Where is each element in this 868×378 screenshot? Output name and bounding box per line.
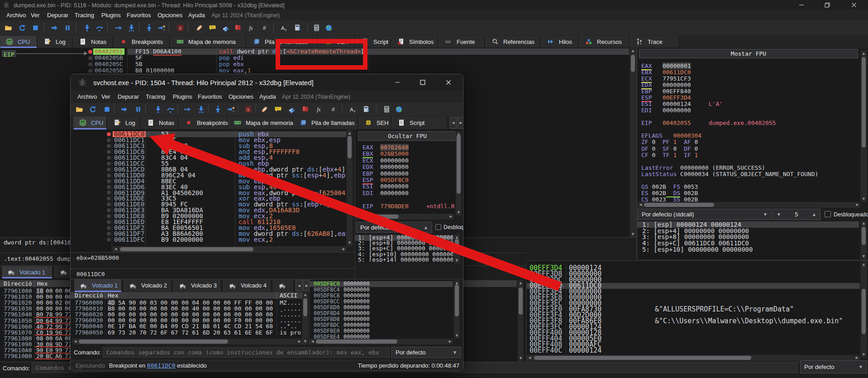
arguments-scrollbar[interactable]: ▲▼ <box>454 234 460 263</box>
tab-notas[interactable]: Notas <box>73 36 113 48</box>
breakpoint-gutter-dot[interactable] <box>107 220 111 224</box>
disassembly-pane[interactable]: 00611DC053push ebx00611DC18BDCmov ebx,es… <box>71 129 346 252</box>
dump-tab-scroll-left[interactable]: ◄ <box>296 280 303 291</box>
breakpoint-gutter-dot[interactable] <box>107 238 111 242</box>
scroll-thumb[interactable] <box>457 135 461 194</box>
menu-item-tracing[interactable]: Tracing <box>146 91 165 103</box>
tab-símbolos[interactable]: Símbolos <box>391 36 438 48</box>
scroll-down-arrow[interactable]: ▼ <box>454 334 460 338</box>
scroll-right-arrow[interactable]: ► <box>342 247 346 251</box>
minimize-button[interactable] <box>391 79 404 86</box>
scroll-left-arrow[interactable]: ◄ <box>114 247 118 251</box>
menu-item-ver[interactable]: Ver <box>31 10 40 20</box>
scroll-right-arrow[interactable]: ► <box>297 340 301 344</box>
menu-item-depurar[interactable]: Depurar <box>118 91 139 103</box>
toolbar-button-function-icon[interactable]: fx <box>248 24 256 32</box>
menu-item-plugins[interactable]: Plugins <box>101 10 121 20</box>
close-button[interactable] <box>442 79 455 86</box>
toolbar-button-trace-into-icon[interactable] <box>184 105 192 114</box>
scroll-right-arrow[interactable]: ► <box>855 203 859 207</box>
breakpoint-gutter-dot[interactable] <box>107 208 111 212</box>
toolbar-button-hash-icon[interactable]: # <box>261 24 269 32</box>
scroll-down-arrow[interactable]: ▼ <box>456 211 462 215</box>
scroll-thumb[interactable] <box>79 340 228 344</box>
scroll-up-arrow[interactable]: ▲ <box>861 52 867 56</box>
scroll-down-arrow[interactable]: ▼ <box>861 197 867 201</box>
scroll-thumb[interactable] <box>120 247 253 251</box>
dump-pane[interactable]: DireccióHexASCII779600004D5A900003000000… <box>71 292 309 345</box>
menu-item-favoritos[interactable]: Favoritos <box>198 91 222 103</box>
scroll-left-arrow[interactable]: ◄ <box>73 340 77 344</box>
breakpoint-gutter-dot[interactable] <box>107 202 111 206</box>
dump-hscrollbar[interactable]: ◄► <box>72 339 302 345</box>
command-combo[interactable]: Por defecto▼ <box>800 360 867 373</box>
scroll-left-arrow[interactable]: ◄ <box>357 215 361 219</box>
scroll-down-arrow[interactable]: ▼ <box>630 232 636 236</box>
scroll-up-arrow[interactable]: ▲ <box>630 49 636 53</box>
menu-item-archivo[interactable]: Archivo <box>6 10 26 20</box>
breakpoint-gutter-dot[interactable] <box>107 144 111 148</box>
toolbar-button-pause-icon[interactable] <box>64 24 72 32</box>
toolbar-button-run-icon[interactable] <box>120 105 129 114</box>
unlocked-checkbox[interactable] <box>435 224 441 230</box>
stack-scrollbar[interactable]: ▲▼ <box>861 262 867 358</box>
scroll-thumb[interactable] <box>455 285 459 316</box>
registers-pane[interactable]: Mostar FPUEAX 00000001EBX 00611DC0ECX 77… <box>637 48 860 208</box>
toolbar-button-goto-icon[interactable] <box>294 24 302 32</box>
fpu-toggle-button[interactable]: Ocultar FPU <box>358 131 457 141</box>
stack-pane[interactable]: 005DF8C000000000005DF8C400000000005DF8C8… <box>310 280 453 339</box>
dump-tab-1[interactable]: Volcado 1 <box>2 266 52 278</box>
toolbar-button-bookmark-icon[interactable] <box>301 105 310 114</box>
toolbar-button-script-pause-icon[interactable]: S <box>244 105 253 114</box>
scroll-thumb[interactable] <box>303 298 307 316</box>
dump-tab-2[interactable]: Volcado 2 <box>124 279 172 292</box>
toolbar-button-open-folder-icon[interactable] <box>5 24 13 32</box>
tab-trace[interactable]: Trace <box>630 36 679 48</box>
scroll-left-arrow[interactable]: ◄ <box>639 203 643 207</box>
menu-item-favoritos[interactable]: Favoritos <box>127 10 151 20</box>
arguments-scrollbar[interactable]: ▲▼ <box>861 220 867 259</box>
close-button[interactable] <box>848 1 860 9</box>
toolbar-button-step-into-icon[interactable] <box>154 105 162 114</box>
menu-item-opciones[interactable]: Opciones <box>229 91 253 103</box>
breakpoint-gutter-dot[interactable] <box>107 162 111 166</box>
toolbar-button-patch-icon[interactable] <box>196 24 204 32</box>
toolbar-button-run-icon[interactable] <box>51 24 59 32</box>
command-input[interactable]: Comandos separados con coma (como instru… <box>103 347 390 358</box>
arg-count-spinner[interactable]: ▼5▲ <box>773 209 820 220</box>
minimize-button[interactable] <box>795 1 808 9</box>
tab-log[interactable]: Log <box>108 116 140 129</box>
tab-referencias[interactable]: Referencias <box>486 36 540 48</box>
toolbar-button-calculator-icon[interactable] <box>313 24 321 32</box>
toolbar-button-trace-into-icon[interactable] <box>115 24 123 32</box>
scroll-thumb[interactable] <box>519 287 523 315</box>
tab-notas[interactable]: Notas <box>141 116 178 129</box>
menu-item-ayuda[interactable]: Ayuda <box>259 91 276 103</box>
scroll-thumb[interactable] <box>862 227 866 245</box>
toolbar-button-restart-icon[interactable] <box>89 105 97 114</box>
scroll-right-arrow[interactable]: ► <box>448 340 452 344</box>
command-combo[interactable]: Por defecto▼ <box>391 347 461 358</box>
maximize-button[interactable] <box>416 79 429 86</box>
breakpoint-gutter-dot[interactable] <box>88 69 92 73</box>
menu-item-ver[interactable]: Ver <box>101 91 110 103</box>
scroll-right-arrow[interactable]: ► <box>449 215 453 219</box>
scroll-down-arrow[interactable]: ▼ <box>302 340 308 344</box>
toolbar-button-hash-icon[interactable]: # <box>330 105 338 114</box>
scroll-up-arrow[interactable]: ▲ <box>861 263 867 267</box>
scroll-thumb[interactable] <box>862 289 866 334</box>
toolbar-button-goto-icon[interactable] <box>362 105 371 114</box>
toolbar-button-internet-icon[interactable] <box>325 24 333 32</box>
toolbar-button-open-folder-icon[interactable] <box>76 105 84 114</box>
registers-hscrollbar[interactable]: ◄► <box>356 214 454 220</box>
menu-item-plugins[interactable]: Plugins <box>173 91 192 103</box>
dump-tab-1[interactable]: Volcado 1 <box>74 279 122 292</box>
toolbar-button-trace-over-icon[interactable] <box>128 24 136 32</box>
menu-item-ayuda[interactable]: Ayuda <box>188 10 205 20</box>
registers-scrollbar[interactable]: ▲▼ <box>861 51 867 202</box>
dump-scrollbar[interactable]: ▲▼ <box>518 280 524 361</box>
toolbar-button-function-icon[interactable]: fx <box>316 105 324 114</box>
tab-mapa-de-memoria[interactable]: Mapa de memoria <box>171 36 246 48</box>
toolbar-button-stop-icon[interactable] <box>32 24 40 32</box>
tab-scroll-left-button[interactable]: ◄ <box>450 117 457 129</box>
